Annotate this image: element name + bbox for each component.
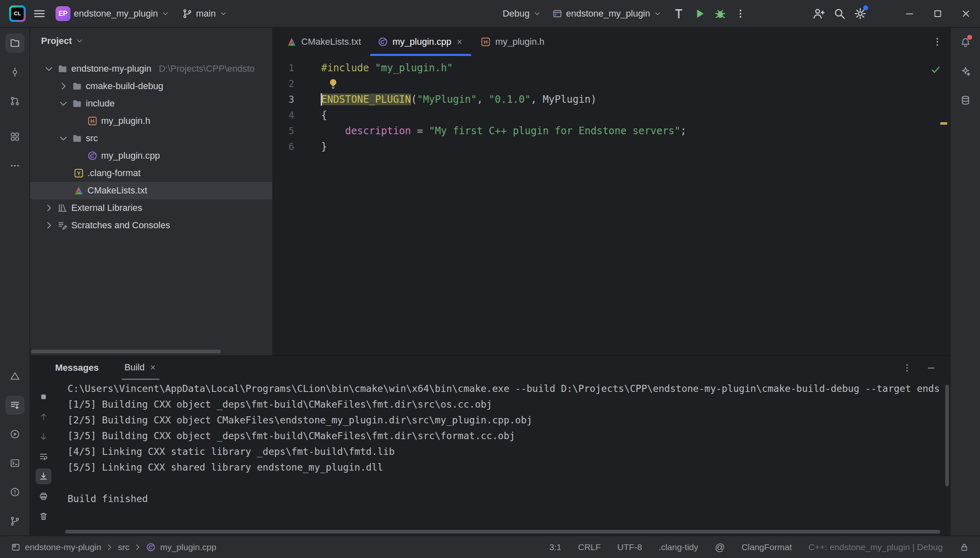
tool-terminal-button[interactable]: [5, 454, 24, 473]
tool-commit-button[interactable]: [5, 63, 24, 82]
editor-surface[interactable]: 1 #include "my_plugin.h" 2 3 ENDSTONE_PL…: [272, 56, 950, 155]
build-button[interactable]: [668, 4, 689, 24]
clang-tidy-widget[interactable]: .clang-tidy: [658, 542, 698, 552]
caret-position-widget[interactable]: 3:1: [549, 542, 561, 552]
ai-assistant-button[interactable]: [956, 62, 975, 81]
scroll-down-button[interactable]: [36, 429, 51, 444]
chevron-expanded-icon[interactable]: [44, 64, 54, 74]
tool-run-button[interactable]: [5, 425, 24, 444]
chevron-collapsed-icon[interactable]: [44, 220, 54, 230]
tab-my-plugin-h[interactable]: H my_plugin.h: [472, 28, 553, 56]
build-horizontal-scrollbar[interactable]: [65, 530, 940, 534]
lock-icon[interactable]: [959, 542, 969, 552]
database-icon: [960, 95, 971, 106]
cpp-file-icon: C++: [87, 150, 98, 161]
scroll-up-button[interactable]: [36, 409, 51, 425]
search-everywhere-button[interactable]: [829, 4, 850, 24]
tree-item-cmake-build-debug[interactable]: cmake-build-debug: [30, 77, 272, 95]
line-separator-widget[interactable]: CRLF: [578, 542, 601, 552]
debug-button[interactable]: [710, 4, 731, 24]
chevron-down-icon: [75, 37, 84, 45]
code-line-3: 3 ENDSTONE_PLUGIN("MyPlugin", "0.1.0", M…: [272, 92, 950, 107]
folder-icon: [72, 133, 82, 144]
tree-item-project-root[interactable]: endstone-my-plugin D:\Projects\CPP\endst…: [30, 60, 272, 77]
window-minimize-button[interactable]: [895, 0, 924, 27]
tab-cmakelists[interactable]: CMakeLists.txt: [278, 28, 369, 56]
settings-button[interactable]: [850, 4, 871, 24]
build-log-line: [3/5] Building CXX object _deps\fmt-buil…: [68, 430, 950, 446]
chevron-collapsed-icon[interactable]: [58, 81, 68, 91]
tree-item-scratches[interactable]: Scratches and Consoles: [30, 217, 272, 234]
project-selector[interactable]: EP endstone_my_plugin: [52, 4, 173, 24]
notifications-button[interactable]: [956, 33, 975, 52]
tab-my-plugin-cpp[interactable]: C++ my_plugin.cpp: [369, 28, 472, 56]
tree-item-external-libraries[interactable]: External Libraries: [30, 199, 272, 217]
code-with-me-button[interactable]: [808, 4, 829, 24]
chevron-collapsed-icon[interactable]: [44, 203, 54, 213]
clang-format-widget[interactable]: ClangFormat: [741, 542, 791, 552]
project-selector-label: endstone_my_plugin: [74, 8, 158, 19]
print-button[interactable]: [36, 488, 51, 504]
chevron-expanded-icon[interactable]: [58, 133, 68, 143]
tool-pull-requests-button[interactable]: [5, 92, 24, 111]
run-play-icon: [692, 7, 707, 21]
run-mode-selector[interactable]: Debug: [499, 4, 544, 24]
tree-item-my-plugin-cpp[interactable]: C++ my_plugin.cpp: [30, 147, 272, 164]
more-run-actions-button[interactable]: [731, 4, 750, 24]
breadcrumb-file[interactable]: my_plugin.cpp: [160, 542, 216, 552]
breadcrumb-src[interactable]: src: [118, 542, 129, 552]
line-number: 4: [272, 110, 321, 121]
tool-problems-button[interactable]: [5, 483, 24, 502]
breadcrumb-project[interactable]: endstone-my-plugin: [25, 542, 101, 552]
stop-button[interactable]: [36, 389, 51, 405]
app-menu-button[interactable]: CL: [6, 4, 29, 24]
tab-close-icon[interactable]: [149, 363, 157, 372]
inspections-ok-icon[interactable]: [930, 64, 941, 75]
tool-git-button[interactable]: [5, 512, 24, 531]
encoding-widget[interactable]: UTF-8: [617, 542, 642, 552]
tool-project-button[interactable]: [5, 34, 24, 53]
tree-item-include[interactable]: include: [30, 95, 272, 112]
tabs-options-icon[interactable]: [932, 36, 943, 47]
minimize-icon: [904, 8, 915, 19]
tab-close-icon[interactable]: [455, 38, 464, 46]
resolve-context-widget[interactable]: C++: endstone_my_plugin | Debug: [808, 542, 943, 552]
run-button[interactable]: [689, 4, 710, 24]
ai-assistant-icon: [960, 66, 971, 77]
tool-structure-button[interactable]: [5, 127, 24, 146]
clion-logo-icon: CL: [9, 5, 26, 22]
tree-item-src[interactable]: src: [30, 130, 272, 147]
code-text: }: [321, 141, 327, 152]
at-icon[interactable]: @: [715, 541, 725, 553]
build-output[interactable]: C:\Users\Vincent\AppData\Local\Programs\…: [57, 380, 950, 536]
clear-all-button[interactable]: [36, 508, 51, 524]
vcs-branch-selector[interactable]: main: [179, 4, 231, 24]
window-maximize-button[interactable]: [924, 0, 952, 27]
tool-messages-button[interactable]: [5, 396, 24, 415]
header-file-icon: H: [87, 116, 98, 126]
intention-bulb-icon[interactable]: [327, 77, 339, 90]
project-panel-header[interactable]: Project: [30, 28, 272, 54]
main-menu-button[interactable]: [29, 4, 50, 24]
scroll-to-end-button[interactable]: [36, 469, 51, 484]
text-caret: [321, 93, 322, 106]
window-close-button[interactable]: [952, 0, 980, 27]
run-config-icon: [552, 8, 563, 19]
tool-alerts-button[interactable]: [5, 367, 24, 386]
more-tool-windows-button[interactable]: [5, 156, 24, 175]
tree-item-my-plugin-h[interactable]: H my_plugin.h: [30, 112, 272, 130]
tree-item-cmakelists[interactable]: CMakeLists.txt: [30, 182, 272, 199]
code-string: "MyPlugin": [417, 94, 477, 105]
database-button[interactable]: [956, 91, 975, 110]
build-vertical-scrollbar[interactable]: [945, 385, 949, 486]
terminal-icon: [10, 458, 20, 469]
chevron-expanded-icon[interactable]: [58, 99, 68, 109]
tree-item-clang-format[interactable]: Y .clang-format: [30, 164, 272, 182]
run-configuration-selector[interactable]: endstone_my_plugin: [549, 4, 665, 24]
soft-wrap-button[interactable]: [36, 449, 51, 464]
panel-options-icon[interactable]: [902, 363, 912, 373]
build-tab[interactable]: Build: [122, 356, 160, 380]
panel-hide-icon[interactable]: [926, 363, 936, 373]
project-horizontal-scrollbar[interactable]: [31, 350, 221, 353]
header-file-icon: H: [480, 36, 491, 47]
